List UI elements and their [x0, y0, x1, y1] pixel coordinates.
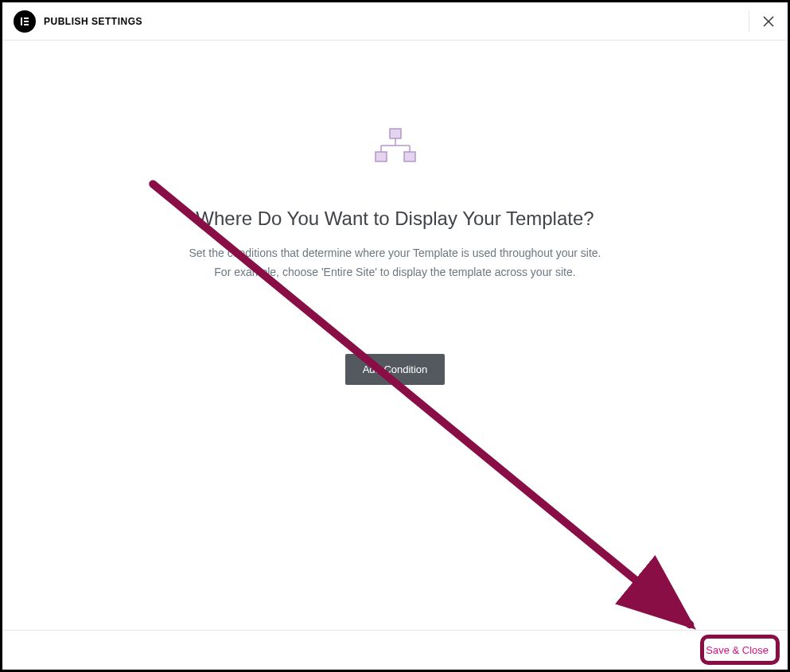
svg-rect-2 — [24, 21, 29, 22]
header-right — [749, 10, 776, 32]
conditions-description: Set the conditions that determine where … — [189, 244, 601, 282]
elementor-e-icon — [19, 16, 30, 27]
modal-header: PUBLISH SETTINGS — [2, 2, 788, 41]
modal-title: PUBLISH SETTINGS — [44, 16, 142, 27]
save-and-close-button[interactable]: Save & Close — [698, 639, 776, 662]
modal-body: Where Do You Want to Display Your Templa… — [2, 41, 788, 630]
svg-rect-6 — [390, 129, 401, 138]
subtext-line2: For example, choose 'Entire Site' to dis… — [189, 263, 601, 282]
close-icon — [761, 14, 776, 29]
modal-footer: Save & Close — [2, 630, 788, 670]
svg-rect-11 — [376, 152, 387, 161]
conditions-heading: Where Do You Want to Display Your Templa… — [196, 208, 593, 230]
close-button[interactable] — [761, 14, 776, 29]
sitemap-icon — [375, 128, 416, 168]
svg-rect-1 — [24, 17, 29, 19]
header-left: PUBLISH SETTINGS — [14, 10, 142, 33]
svg-rect-3 — [24, 24, 29, 25]
svg-rect-0 — [21, 17, 22, 25]
svg-rect-12 — [404, 152, 415, 161]
elementor-logo-icon — [14, 10, 36, 33]
add-condition-button[interactable]: Add Condition — [345, 354, 446, 385]
subtext-line1: Set the conditions that determine where … — [189, 244, 601, 263]
